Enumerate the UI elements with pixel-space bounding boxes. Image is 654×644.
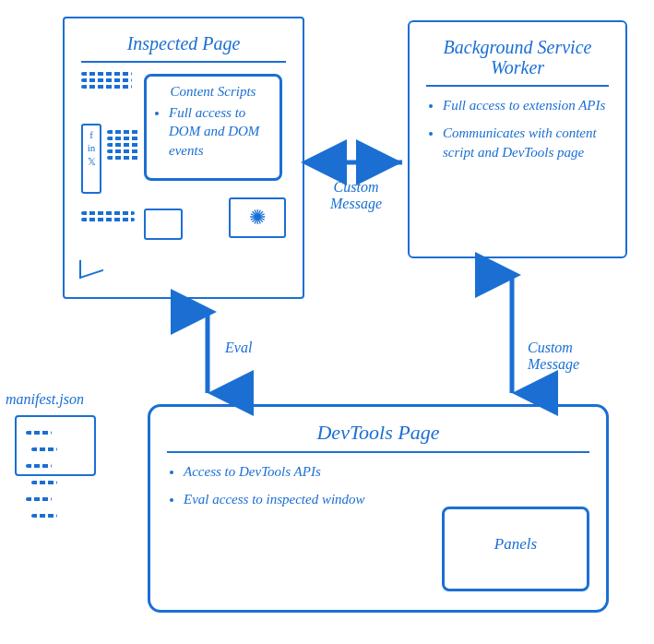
label-eval: Eval xyxy=(225,340,252,356)
bug-icon: ✺ xyxy=(231,199,284,236)
thumb-box-1 xyxy=(144,209,183,240)
page-scribbles: Content Scripts Full access to DOM and D… xyxy=(81,72,286,266)
text: Content Scripts xyxy=(171,84,256,99)
arrow-custom-message-v xyxy=(498,268,526,400)
text: Background Service Worker xyxy=(444,37,592,78)
devtools-bullets: Access to DevTools APIs Eval access to i… xyxy=(167,462,444,509)
bullet-ext-apis: Full access to extension APIs xyxy=(443,96,609,114)
content-scripts-title: Content Scripts xyxy=(156,84,270,100)
text: Full access to extension APIs xyxy=(443,98,605,113)
manifest-file-icon xyxy=(15,415,96,476)
text: Eval xyxy=(225,340,252,355)
bullet-communicates: Communicates with content script and Dev… xyxy=(443,124,609,161)
text: Eval access to inspected window xyxy=(184,492,365,507)
inspected-page-title: Inspected Page xyxy=(81,33,286,54)
content-scripts-box: Content Scripts Full access to DOM and D… xyxy=(144,74,282,181)
text: DevTools Page xyxy=(316,421,439,444)
divider xyxy=(167,451,589,453)
background-title: Background Service Worker xyxy=(426,37,609,78)
text: Access to DevTools APIs xyxy=(184,464,321,479)
content-scripts-bullets: Full access to DOM and DOM events xyxy=(156,103,270,160)
label-custom-message-h: Custom Message xyxy=(319,179,393,211)
devtools-title: DevTools Page xyxy=(167,422,589,444)
arrow-eval xyxy=(194,304,221,400)
panels-box: Panels xyxy=(442,507,589,591)
label-custom-message-v: Custom Message xyxy=(528,340,601,372)
text: manifest.json xyxy=(6,391,84,407)
panels-label: Panels xyxy=(494,535,537,553)
divider xyxy=(426,85,609,87)
text: Full access to DOM and DOM events xyxy=(169,105,259,158)
text: Custom Message xyxy=(528,340,579,372)
dogear xyxy=(79,253,103,279)
arrow-custom-message-h xyxy=(304,144,408,181)
text: Custom Message xyxy=(330,179,382,211)
divider xyxy=(81,61,286,63)
background-bullets: Full access to extension APIs Communicat… xyxy=(426,96,609,161)
inspected-page-box: Inspected Page Content Scripts Full acce… xyxy=(63,17,304,299)
bullet-devtools-apis: Access to DevTools APIs xyxy=(184,462,444,481)
manifest-label: manifest.json xyxy=(6,391,107,408)
bullet-eval-access: Eval access to inspected window xyxy=(184,490,444,508)
bullet-dom-access: Full access to DOM and DOM events xyxy=(169,103,270,160)
social-column: fin𝕏 xyxy=(81,124,101,194)
text: Inspected Page xyxy=(127,33,241,54)
text: Communicates with content script and Dev… xyxy=(443,125,597,159)
thumb-box-2: ✺ xyxy=(229,197,286,238)
background-worker-box: Background Service Worker Full access to… xyxy=(408,20,627,258)
devtools-page-box: DevTools Page Access to DevTools APIs Ev… xyxy=(148,404,609,613)
